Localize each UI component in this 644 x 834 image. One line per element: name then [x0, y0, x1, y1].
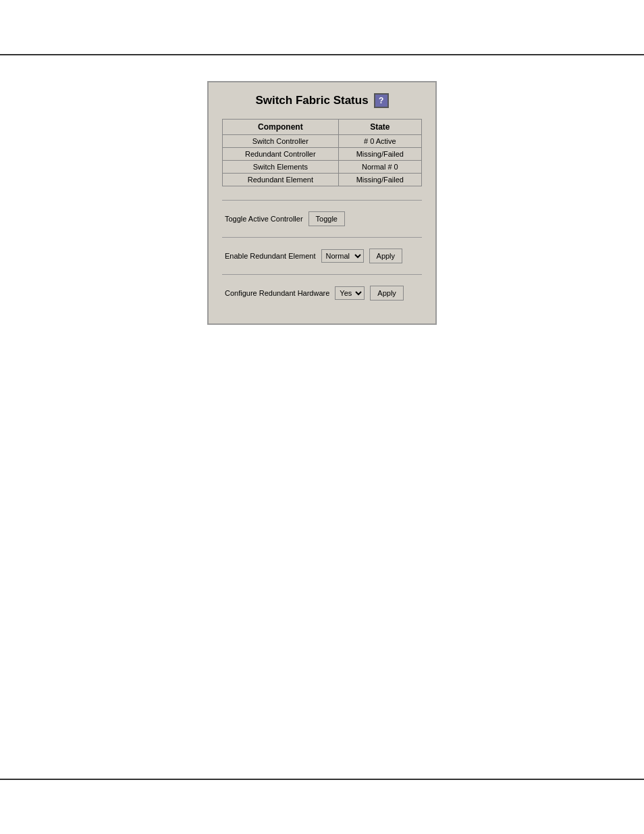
- table-row: Switch Controller# 0 Active: [223, 135, 422, 148]
- configure-redundant-label: Configure Redundant Hardware: [225, 289, 329, 297]
- page-content: Switch Fabric Status ? Component State S…: [0, 0, 644, 325]
- toggle-label: Toggle Active Controller: [225, 215, 303, 223]
- configure-redundant-apply-button[interactable]: Apply: [370, 286, 404, 301]
- switch-fabric-panel: Switch Fabric Status ? Component State S…: [207, 81, 437, 325]
- state-header: State: [338, 120, 421, 135]
- enable-redundant-row: Enable Redundant Element NormalDisable A…: [222, 242, 422, 270]
- enable-redundant-label: Enable Redundant Element: [225, 252, 316, 260]
- state-cell: Missing/Failed: [338, 174, 421, 186]
- panel-title: Switch Fabric Status: [255, 94, 368, 107]
- enable-redundant-select[interactable]: NormalDisable: [321, 249, 364, 263]
- configure-redundant-row: Configure Redundant Hardware YesNo Apply: [222, 279, 422, 307]
- divider-1: [222, 200, 422, 201]
- table-row: Redundant ElementMissing/Failed: [223, 174, 422, 186]
- table-row: Switch ElementsNormal # 0: [223, 161, 422, 174]
- help-icon[interactable]: ?: [374, 93, 389, 108]
- status-table: Component State Switch Controller# 0 Act…: [222, 119, 422, 186]
- component-cell: Redundant Element: [223, 174, 339, 186]
- divider-2: [222, 237, 422, 238]
- configure-redundant-select[interactable]: YesNo: [335, 286, 365, 300]
- bottom-border: [0, 779, 644, 780]
- toggle-row: Toggle Active Controller Toggle: [222, 205, 422, 233]
- enable-redundant-apply-button[interactable]: Apply: [369, 249, 403, 263]
- top-border: [0, 54, 644, 55]
- panel-title-row: Switch Fabric Status ?: [222, 93, 422, 108]
- state-cell: Normal # 0: [338, 161, 421, 174]
- state-cell: Missing/Failed: [338, 148, 421, 161]
- state-cell: # 0 Active: [338, 135, 421, 148]
- component-cell: Redundant Controller: [223, 148, 339, 161]
- table-row: Redundant ControllerMissing/Failed: [223, 148, 422, 161]
- divider-3: [222, 274, 422, 275]
- toggle-button[interactable]: Toggle: [308, 211, 345, 226]
- component-header: Component: [223, 120, 339, 135]
- component-cell: Switch Elements: [223, 161, 339, 174]
- component-cell: Switch Controller: [223, 135, 339, 148]
